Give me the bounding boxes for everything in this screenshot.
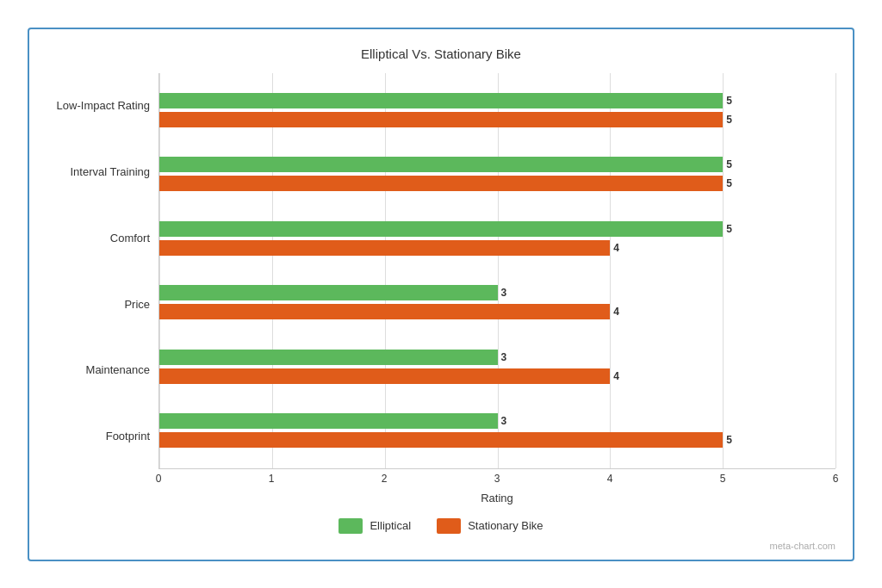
chart-area: Low-Impact RatingInterval TrainingComfor… [47, 73, 835, 504]
bar-row: 3 [159, 412, 835, 430]
legend-elliptical-label: Elliptical [370, 519, 411, 532]
bar-row: 5 [159, 220, 835, 238]
bar-row: 4 [159, 239, 835, 257]
legend: Elliptical Stationary Bike [47, 513, 835, 539]
bar-value-label: 5 [726, 158, 732, 170]
elliptical-bar [159, 157, 723, 172]
bar-value-label: 3 [501, 287, 507, 299]
bar-row: 4 [159, 368, 835, 385]
category-group: 55 [159, 154, 835, 194]
legend-stationary-label: Stationary Bike [468, 519, 543, 532]
y-label: Maintenance [47, 346, 158, 394]
y-label: Low-Impact Rating [47, 82, 158, 130]
x-tick-label: 4 [607, 473, 613, 485]
bar-row: 3 [159, 349, 835, 366]
bar-row: 5 [159, 431, 835, 449]
bar-value-label: 5 [726, 114, 732, 126]
bar-value-label: 3 [501, 415, 507, 427]
grid-line [835, 73, 836, 468]
bars-and-x-area: 555554343435 0123456 Rating [158, 73, 835, 504]
bar-value-label: 5 [726, 95, 732, 107]
elliptical-bar [159, 93, 723, 108]
bar-value-label: 5 [726, 223, 732, 235]
legend-elliptical: Elliptical [339, 518, 411, 534]
category-group: 55 [159, 90, 835, 130]
bar-value-label: 4 [613, 242, 619, 254]
stationary-bar [159, 240, 610, 256]
bars-container: 555554343435 [158, 73, 835, 469]
elliptical-bar [159, 413, 498, 429]
bar-value-label: 5 [726, 434, 732, 446]
bar-row: 5 [159, 156, 835, 173]
bar-row: 3 [159, 284, 835, 301]
bar-row: 4 [159, 303, 835, 320]
legend-stationary: Stationary Bike [437, 518, 543, 534]
category-group: 54 [159, 219, 835, 258]
elliptical-bar [159, 285, 498, 300]
stationary-bar [159, 176, 723, 191]
bar-value-label: 5 [726, 177, 732, 189]
legend-elliptical-box [339, 518, 363, 534]
stationary-bar [159, 304, 610, 319]
x-tick-label: 0 [156, 473, 162, 485]
y-axis-labels: Low-Impact RatingInterval TrainingComfor… [47, 73, 158, 504]
category-group: 34 [159, 347, 835, 387]
y-label: Price [47, 280, 158, 328]
x-tick-label: 6 [833, 473, 839, 485]
bar-value-label: 4 [613, 306, 619, 318]
chart-title: Elliptical Vs. Stationary Bike [47, 46, 835, 61]
x-tick-label: 5 [720, 473, 726, 485]
elliptical-bar [159, 350, 498, 365]
bar-row: 5 [159, 92, 835, 109]
bar-value-label: 3 [501, 351, 507, 363]
x-axis-title: Rating [158, 492, 835, 504]
stationary-bar [159, 112, 723, 127]
x-axis-labels: 0123456 [158, 473, 835, 490]
y-label: Comfort [47, 214, 158, 263]
bars-inner: 555554343435 [159, 73, 835, 468]
bar-row: 5 [159, 111, 835, 128]
x-tick-label: 1 [269, 473, 275, 485]
category-group: 35 [159, 411, 835, 450]
y-label: Interval Training [47, 148, 158, 196]
elliptical-bar [159, 221, 723, 237]
x-tick-label: 2 [382, 473, 388, 485]
bar-row: 5 [159, 175, 835, 192]
x-tick-label: 3 [494, 473, 500, 485]
y-label: Footprint [47, 412, 158, 461]
bar-value-label: 4 [613, 370, 619, 382]
stationary-bar [159, 368, 610, 384]
legend-stationary-box [437, 518, 461, 534]
chart-container: Elliptical Vs. Stationary Bike Low-Impac… [28, 28, 854, 561]
category-group: 34 [159, 282, 835, 322]
meta-credit: meta-chart.com [47, 541, 835, 551]
stationary-bar [159, 432, 723, 448]
